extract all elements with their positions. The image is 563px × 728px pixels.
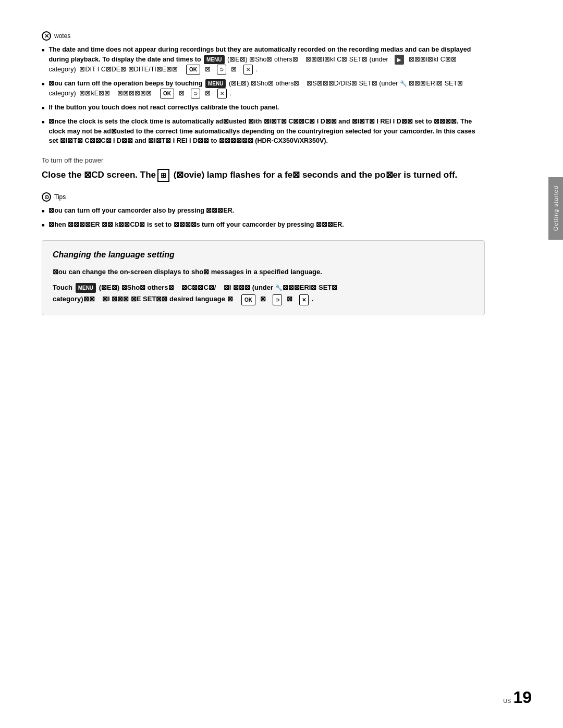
tips-item-1-text: ⊠ou can turn off your camcorder also by … xyxy=(48,206,234,216)
tips-section: ⊙ Tips ⊠ou can turn off your camcorder a… xyxy=(42,192,485,230)
sep1b: ⊠ xyxy=(229,66,240,73)
play-icon-btn: ▶ xyxy=(395,55,404,65)
page-number-area: US 19 xyxy=(503,688,532,707)
notes-section: ✕ wotes The date and time does not appea… xyxy=(42,31,485,146)
period1: . xyxy=(255,66,257,73)
notes-item-3-text: If the button you touch does not react c… xyxy=(48,103,279,113)
language-box-title: Changing the language setting xyxy=(53,250,474,260)
turn-off-label: To turn off the power xyxy=(42,156,485,164)
x-button-1: ✕ xyxy=(243,65,253,75)
tips-item-1: ⊠ou can turn off your camcorder also by … xyxy=(42,206,485,216)
sep-lang-a: ⊠ xyxy=(259,295,270,303)
sidebar-getting-started-tab: Getting started xyxy=(548,177,563,240)
ok-button-lang: OK xyxy=(241,294,255,305)
x-button-lang: ✕ xyxy=(299,294,309,305)
notes-item-2-text: ⊠ou can turn off the operation beeps by … xyxy=(48,79,485,98)
tips-item-2-text: ⊠hen ⊠⊠⊠⊠ER ⊠⊠ k⊠⊠CD⊠ is set to ⊠⊠⊠⊠s tu… xyxy=(48,220,344,230)
ok-button-2: OK xyxy=(160,89,174,98)
us-label: US xyxy=(503,698,511,704)
tips-list: ⊠ou can turn off your camcorder also by … xyxy=(42,206,485,230)
notes-circle-icon: ✕ xyxy=(42,31,51,41)
tips-icon-row: ⊙ Tips xyxy=(42,192,485,202)
notes-icon-row: ✕ wotes xyxy=(42,31,485,41)
notes-list: The date and time does not appear during… xyxy=(42,45,485,146)
back-button-lang: ⊃ xyxy=(273,294,282,305)
sep-lang-b: ⊠ xyxy=(285,295,297,303)
sidebar-tab-label: Getting started xyxy=(553,186,559,231)
back-button-2: ⊃ xyxy=(191,89,200,98)
notes-label: wotes xyxy=(54,32,70,40)
sep2a: ⊠ xyxy=(177,90,188,97)
notes-item-3: If the button you touch does not react c… xyxy=(42,103,485,113)
language-box-description: ⊠ou can change the on-screen displays to… xyxy=(53,267,474,277)
notes-item-4: ⊠nce the clock is sets the clock time is… xyxy=(42,117,485,146)
x-button-2: ✕ xyxy=(217,89,227,98)
period-lang: . xyxy=(312,295,314,303)
language-box-instruction: Touch MENU (⊠E⊠) ⊠Sho⊠ others⊠ ⊠C⊠⊠C⊠/ ⊠… xyxy=(53,282,474,305)
notes-item-1-text: The date and time does not appear during… xyxy=(48,45,485,75)
tips-circle-icon: ⊙ xyxy=(42,192,51,202)
lcd-icon: ⊞ xyxy=(157,169,169,182)
back-button-1: ⊃ xyxy=(217,65,226,75)
wrench-icon-lang: 🔧 xyxy=(275,285,283,291)
notes-item-1-cont: (⊠E⊠) ⊠Sho⊠ others⊠ ⊠⊠⊠I⊠kI C⊠ SET⊠ (und… xyxy=(227,56,392,63)
main-instruction: Close the ⊠CD screen. The⊞ (⊠ovie) lamp … xyxy=(42,168,485,182)
notes-item-1: The date and time does not appear during… xyxy=(42,45,485,75)
notes-item-2-cont: (⊠E⊠) ⊠Sho⊠ others⊠ ⊠S⊠⊠⊠D/DIS⊠ SET⊠ (un… xyxy=(229,80,398,87)
tips-label: Tips xyxy=(54,193,66,201)
turn-off-section: To turn off the power Close the ⊠CD scre… xyxy=(42,156,485,182)
sep1a: ⊠ xyxy=(203,66,214,73)
page-number: 19 xyxy=(513,688,532,707)
menu-button-1: MENU xyxy=(204,55,224,64)
language-setting-box: Changing the language setting ⊠ou can ch… xyxy=(42,240,485,315)
notes-item-2: ⊠ou can turn off the operation beeps by … xyxy=(42,79,485,98)
tips-item-2: ⊠hen ⊠⊠⊠⊠ER ⊠⊠ k⊠⊠CD⊠ is set to ⊠⊠⊠⊠s tu… xyxy=(42,220,485,230)
notes-item-4-text: ⊠nce the clock is sets the clock time is… xyxy=(48,117,485,146)
period2: . xyxy=(229,90,231,97)
ok-button-1: OK xyxy=(186,65,200,75)
sep2b: ⊠ xyxy=(203,90,214,97)
menu-button-lang: MENU xyxy=(76,283,96,293)
wrench-icon-2: 🔧 xyxy=(400,81,407,87)
menu-button-2: MENU xyxy=(205,79,226,88)
notes-item-2-bold: ⊠ou can turn off the operation beeps by … xyxy=(48,80,202,87)
